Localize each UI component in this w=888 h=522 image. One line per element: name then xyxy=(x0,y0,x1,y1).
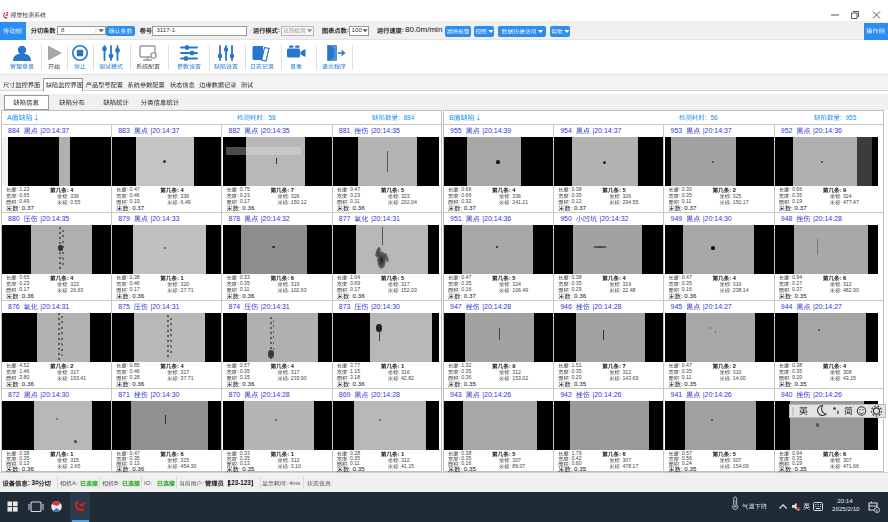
svg-text:×: × xyxy=(797,508,799,512)
